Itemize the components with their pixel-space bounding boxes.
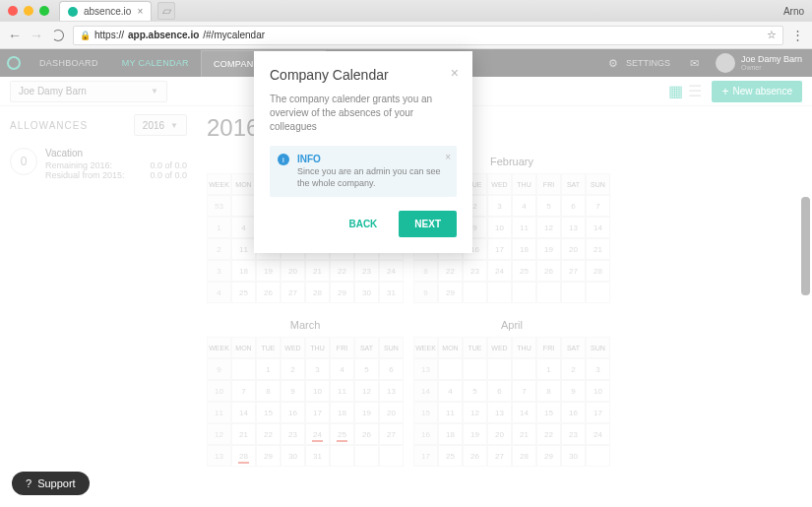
day-cell[interactable]: 14 — [512, 402, 536, 423]
day-cell[interactable]: 17 — [305, 402, 330, 423]
back-button[interactable]: BACK — [337, 211, 389, 237]
day-cell[interactable]: 22 — [536, 423, 561, 445]
nav-settings[interactable]: ⚙ SETTINGS — [596, 56, 680, 70]
day-cell[interactable]: 19 — [463, 423, 487, 445]
day-cell[interactable]: 20 — [281, 260, 305, 282]
day-cell[interactable]: 19 — [354, 402, 379, 423]
day-cell[interactable]: 3 — [487, 195, 512, 217]
day-cell[interactable]: 26 — [463, 445, 487, 467]
day-cell[interactable]: 27 — [487, 445, 512, 467]
day-cell[interactable]: 29 — [256, 445, 281, 467]
day-cell[interactable]: 30 — [354, 282, 379, 303]
day-cell[interactable]: 1 — [256, 358, 281, 380]
day-cell[interactable]: 26 — [256, 282, 281, 303]
day-cell[interactable]: 28 — [231, 445, 256, 467]
day-cell[interactable]: 25 — [330, 423, 354, 445]
day-cell[interactable]: 20 — [379, 402, 404, 423]
day-cell[interactable]: 6 — [379, 358, 404, 380]
day-cell[interactable]: 21 — [512, 423, 536, 445]
day-cell[interactable]: 13 — [487, 402, 512, 423]
day-cell[interactable]: 2 — [281, 358, 305, 380]
scrollbar[interactable] — [801, 197, 810, 295]
day-cell[interactable]: 23 — [463, 260, 487, 282]
day-cell[interactable]: 30 — [561, 445, 586, 467]
nav-dashboard[interactable]: DASHBOARD — [28, 49, 110, 77]
day-cell[interactable]: 13 — [379, 380, 404, 402]
day-cell[interactable]: 10 — [586, 380, 610, 402]
day-cell[interactable]: 14 — [586, 217, 610, 238]
day-cell[interactable]: 22 — [256, 423, 281, 445]
browser-tab[interactable]: absence.io × — [59, 1, 152, 21]
day-cell[interactable]: 16 — [281, 402, 305, 423]
close-icon[interactable]: × — [451, 65, 459, 81]
day-cell[interactable]: 12 — [463, 402, 487, 423]
address-bar[interactable]: 🔒 https://app.absence.io/#/mycalendar ☆ — [73, 26, 783, 45]
day-cell[interactable]: 25 — [231, 282, 256, 303]
day-cell[interactable]: 23 — [281, 423, 305, 445]
user-filter-select[interactable]: Joe Damy Barn ▼ — [10, 81, 167, 102]
day-cell[interactable]: 20 — [487, 423, 512, 445]
day-cell[interactable]: 3 — [305, 358, 330, 380]
day-cell[interactable]: 1 — [536, 358, 561, 380]
day-cell[interactable]: 18 — [231, 260, 256, 282]
day-cell[interactable]: 21 — [586, 238, 610, 260]
browser-menu-icon[interactable]: ⋮ — [791, 28, 804, 42]
new-absence-button[interactable]: + New absence — [712, 81, 802, 102]
window-min-icon[interactable] — [24, 6, 33, 16]
window-close-icon[interactable] — [8, 6, 18, 16]
day-cell[interactable] — [379, 445, 404, 467]
day-cell[interactable]: 29 — [438, 282, 463, 303]
day-cell[interactable]: 7 — [231, 380, 256, 402]
day-cell[interactable]: 6 — [487, 380, 512, 402]
view-grid-icon[interactable]: ▦ — [666, 83, 684, 100]
inbox-icon[interactable]: ✉ — [688, 56, 702, 70]
back-icon[interactable]: ← — [8, 29, 22, 42]
day-cell[interactable]: 31 — [305, 445, 330, 467]
reload-icon[interactable] — [51, 29, 65, 42]
day-cell[interactable]: 23 — [561, 423, 586, 445]
day-cell[interactable]: 26 — [354, 423, 379, 445]
day-cell[interactable]: 5 — [536, 195, 561, 217]
day-cell[interactable] — [487, 358, 512, 380]
view-list-icon[interactable]: ☰ — [686, 83, 704, 100]
day-cell[interactable]: 3 — [586, 358, 610, 380]
day-cell[interactable]: 31 — [379, 282, 404, 303]
day-cell[interactable]: 28 — [512, 445, 536, 467]
app-logo-icon[interactable] — [0, 56, 28, 70]
day-cell[interactable]: 4 — [231, 217, 256, 238]
day-cell[interactable]: 11 — [438, 402, 463, 423]
day-cell[interactable] — [231, 195, 256, 217]
day-cell[interactable]: 30 — [281, 445, 305, 467]
day-cell[interactable]: 29 — [330, 282, 354, 303]
day-cell[interactable]: 18 — [512, 238, 536, 260]
day-cell[interactable]: 12 — [354, 380, 379, 402]
day-cell[interactable]: 27 — [379, 423, 404, 445]
day-cell[interactable]: 10 — [305, 380, 330, 402]
nav-my-calendar[interactable]: MY CALENDAR — [110, 49, 201, 77]
day-cell[interactable]: 4 — [438, 380, 463, 402]
day-cell[interactable]: 18 — [330, 402, 354, 423]
day-cell[interactable] — [512, 282, 536, 303]
day-cell[interactable]: 7 — [586, 195, 610, 217]
day-cell[interactable]: 14 — [231, 402, 256, 423]
day-cell[interactable]: 12 — [536, 217, 561, 238]
day-cell[interactable]: 24 — [487, 260, 512, 282]
tab-close-icon[interactable]: × — [137, 6, 143, 17]
day-cell[interactable]: 16 — [561, 402, 586, 423]
day-cell[interactable]: 19 — [536, 238, 561, 260]
day-cell[interactable]: 4 — [512, 195, 536, 217]
day-cell[interactable] — [463, 282, 487, 303]
day-cell[interactable]: 19 — [256, 260, 281, 282]
day-cell[interactable]: 9 — [281, 380, 305, 402]
day-cell[interactable]: 24 — [305, 423, 330, 445]
day-cell[interactable] — [330, 445, 354, 467]
day-cell[interactable] — [586, 282, 610, 303]
user-menu[interactable]: Joe Damy Barn Owner — [710, 53, 812, 73]
day-cell[interactable]: 22 — [438, 260, 463, 282]
day-cell[interactable]: 25 — [438, 445, 463, 467]
day-cell[interactable]: 28 — [305, 282, 330, 303]
day-cell[interactable]: 10 — [487, 217, 512, 238]
day-cell[interactable]: 8 — [536, 380, 561, 402]
browser-profile[interactable]: Arno — [783, 6, 804, 17]
day-cell[interactable]: 11 — [512, 217, 536, 238]
